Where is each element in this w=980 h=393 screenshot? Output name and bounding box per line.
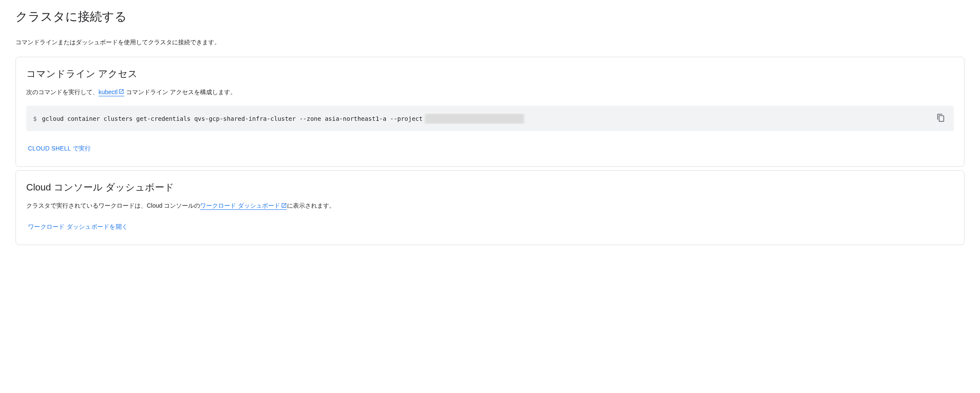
redacted-project-id (425, 114, 524, 124)
dashboard-description-suffix: に表示されます。 (287, 202, 335, 209)
open-workload-dashboard-button[interactable]: ワークロード ダッシュボードを開く (26, 220, 129, 234)
page-title: クラスタに接続する (15, 9, 965, 25)
dashboard-title: Cloud コンソール ダッシュボード (26, 181, 954, 194)
external-link-icon (118, 88, 124, 97)
copy-command-button[interactable] (935, 112, 947, 125)
command-line-title: コマンドライン アクセス (26, 68, 954, 80)
dashboard-description: クラスタで実行されているワークロードは、Cloud コンソールのワークロード ダ… (26, 201, 954, 211)
description-prefix: 次のコマンドを実行して、 (26, 89, 99, 95)
command-prompt: $ (33, 115, 37, 122)
page-subtitle: コマンドラインまたはダッシュボードを使用してクラスタに接続できます。 (15, 39, 965, 46)
workload-dashboard-link[interactable]: ワークロード ダッシュボード (200, 202, 287, 210)
command-line-card: コマンドライン アクセス 次のコマンドを実行して、kubectl コマンドライン… (15, 57, 965, 167)
command-box: $ gcloud container clusters get-credenti… (26, 106, 954, 131)
command-line-description: 次のコマンドを実行して、kubectl コマンドライン アクセスを構成します。 (26, 87, 954, 97)
dashboard-card: Cloud コンソール ダッシュボード クラスタで実行されているワークロードは、… (15, 170, 965, 245)
external-link-icon (281, 202, 287, 211)
description-suffix: コマンドライン アクセスを構成します。 (124, 89, 236, 95)
kubectl-link[interactable]: kubectl (99, 89, 124, 96)
command-text: gcloud container clusters get-credential… (42, 114, 930, 124)
copy-icon (937, 114, 945, 123)
dashboard-description-prefix: クラスタで実行されているワークロードは、Cloud コンソールの (26, 202, 200, 209)
run-cloud-shell-button[interactable]: CLOUD SHELL で実行 (26, 141, 92, 156)
